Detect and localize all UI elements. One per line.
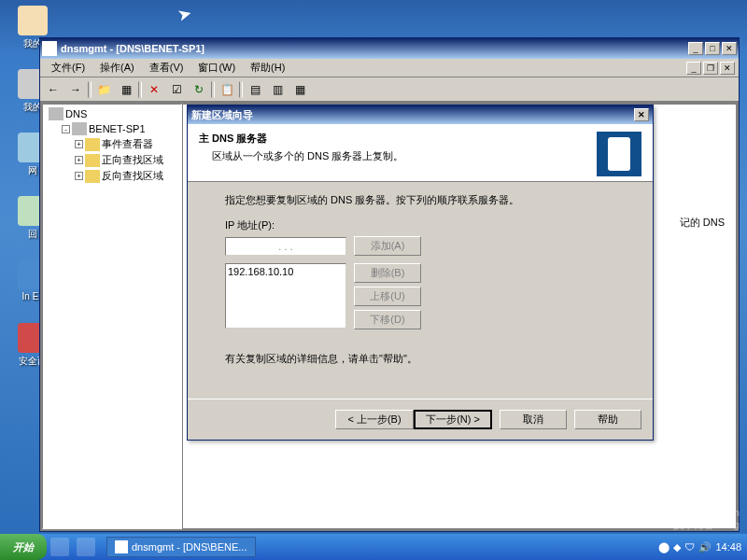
mdi-close-button[interactable]: ✕ xyxy=(720,62,735,75)
collapse-icon[interactable]: - xyxy=(62,125,70,133)
cancel-button[interactable]: 取消 xyxy=(500,410,567,429)
dns-root-icon xyxy=(49,107,63,120)
menu-view[interactable]: 查看(V) xyxy=(142,59,191,77)
taskbar: 开始 dnsmgmt - [DNS\BENE... ⬤ ◆ 🛡 🔊 14:48 xyxy=(0,534,747,560)
refresh-icon[interactable]: ↻ xyxy=(189,79,209,100)
tree-node-forward-zones[interactable]: +正向查找区域 xyxy=(45,152,179,168)
expand-icon[interactable]: + xyxy=(75,156,83,164)
tray-icon[interactable]: ◆ xyxy=(673,541,681,553)
mdi-minimize-button[interactable]: _ xyxy=(686,62,701,75)
tree-node-reverse-zones[interactable]: +反向查找区域 xyxy=(45,168,179,184)
wizard-title: 新建区域向导 xyxy=(191,108,632,122)
tray-icon[interactable]: ⬤ xyxy=(658,541,669,553)
tray-icon[interactable]: 🛡 xyxy=(684,541,695,553)
up-icon[interactable]: 📁 xyxy=(93,79,114,100)
quicklaunch-desktop-icon[interactable] xyxy=(77,538,95,556)
start-button[interactable]: 开始 xyxy=(0,534,47,560)
remove-button: 删除(B) xyxy=(354,263,421,283)
menu-file[interactable]: 文件(F) xyxy=(44,59,92,77)
tool-icon[interactable]: ▤ xyxy=(245,79,265,100)
menu-help[interactable]: 帮助(H) xyxy=(243,59,292,77)
move-up-button: 上移(U) xyxy=(354,287,421,306)
ip-list[interactable]: 192.168.10.10 xyxy=(225,263,346,329)
new-zone-wizard-dialog: 新建区域向导 ✕ 主 DNS 服务器 区域从一个或多个的 DNS 服务器上复制。… xyxy=(187,105,654,441)
wizard-help-line: 有关复制区域的详细信息，请单击"帮助"。 xyxy=(225,352,615,366)
maximize-button[interactable]: □ xyxy=(705,42,720,55)
tool-icon[interactable]: ▦ xyxy=(289,79,310,100)
wizard-titlebar[interactable]: 新建区域向导 ✕ xyxy=(188,105,653,124)
mdi-restore-button[interactable]: ❐ xyxy=(703,62,718,75)
wizard-footer: < 上一步(B) 下一步(N) > 取消 帮助 xyxy=(188,399,653,440)
show-hide-icon[interactable]: ▦ xyxy=(116,79,136,100)
wizard-header-sub: 区域从一个或多个的 DNS 服务器上复制。 xyxy=(212,149,597,163)
wizard-header-main: 主 DNS 服务器 xyxy=(199,132,597,146)
minimize-button[interactable]: _ xyxy=(688,42,703,55)
mouse-cursor-icon: ➤ xyxy=(175,2,193,25)
server-icon xyxy=(72,122,87,135)
close-button[interactable]: ✕ xyxy=(722,42,737,55)
menu-action[interactable]: 操作(A) xyxy=(92,59,142,77)
folder-icon xyxy=(85,138,100,151)
menu-window[interactable]: 窗口(W) xyxy=(190,59,243,77)
tree-server[interactable]: -BENET-SP1 xyxy=(45,121,179,136)
expand-icon[interactable]: + xyxy=(75,172,83,180)
wizard-body: 指定您想要复制区域的 DNS 服务器。按下列的顺序联系服务器。 IP 地址(P)… xyxy=(188,182,653,399)
tray-icon[interactable]: 🔊 xyxy=(698,541,712,553)
export-icon[interactable]: 📋 xyxy=(217,79,237,100)
help-button[interactable]: 帮助 xyxy=(574,410,641,429)
wizard-instruction: 指定您想要复制区域的 DNS 服务器。按下列的顺序联系服务器。 xyxy=(225,193,615,207)
back-button[interactable]: < 上一步(B) xyxy=(335,410,414,429)
folder-icon xyxy=(85,154,100,167)
list-item[interactable]: 192.168.10.10 xyxy=(228,266,344,277)
wizard-glyph-icon xyxy=(597,132,641,176)
tree-root-dns[interactable]: DNS xyxy=(45,106,179,121)
toolbar: ← → 📁 ▦ ✕ ☑ ↻ 📋 ▤ ▥ ▦ xyxy=(40,77,739,102)
clock[interactable]: 14:48 xyxy=(715,541,741,553)
back-button[interactable]: ← xyxy=(43,79,63,100)
delete-button[interactable]: ✕ xyxy=(144,79,164,100)
watermark: 51CTO.com 技术博客 Blog xyxy=(673,507,740,532)
mmc-titlebar[interactable]: dnsmgmt - [DNS\BENET-SP1] _ □ ✕ xyxy=(40,38,739,59)
forward-button[interactable]: → xyxy=(65,79,86,100)
wizard-header: 主 DNS 服务器 区域从一个或多个的 DNS 服务器上复制。 xyxy=(188,124,653,182)
wizard-close-button[interactable]: ✕ xyxy=(634,108,649,121)
task-button-dnsmgmt[interactable]: dnsmgmt - [DNS\BENE... xyxy=(106,537,256,557)
system-tray[interactable]: ⬤ ◆ 🛡 🔊 14:48 xyxy=(653,541,747,553)
ip-address-label: IP 地址(P): xyxy=(225,218,615,232)
menubar: 文件(F) 操作(A) 查看(V) 窗口(W) 帮助(H) _ ❐ ✕ xyxy=(40,59,739,77)
tree-node-eventviewer[interactable]: +事件查看器 xyxy=(45,136,179,152)
folder-icon xyxy=(85,170,100,183)
move-down-button: 下移(D) xyxy=(354,310,421,329)
mmc-app-icon xyxy=(42,41,57,56)
tree-pane[interactable]: DNS -BENET-SP1 +事件查看器 +正向查找区域 +反向查找区域 xyxy=(42,104,182,529)
task-app-icon xyxy=(115,540,128,553)
properties-icon[interactable]: ☑ xyxy=(166,79,187,100)
ip-address-input[interactable]: . . . xyxy=(225,237,346,256)
toolbar-separator xyxy=(88,81,92,98)
quicklaunch-ie-icon[interactable] xyxy=(50,538,69,556)
add-button: 添加(A) xyxy=(354,236,421,256)
expand-icon[interactable]: + xyxy=(75,140,83,148)
content-text-fragment: 记的 DNS xyxy=(680,216,725,230)
next-button[interactable]: 下一步(N) > xyxy=(414,410,492,429)
tool-icon[interactable]: ▥ xyxy=(267,79,288,100)
mmc-title: dnsmgmt - [DNS\BENET-SP1] xyxy=(61,43,686,54)
